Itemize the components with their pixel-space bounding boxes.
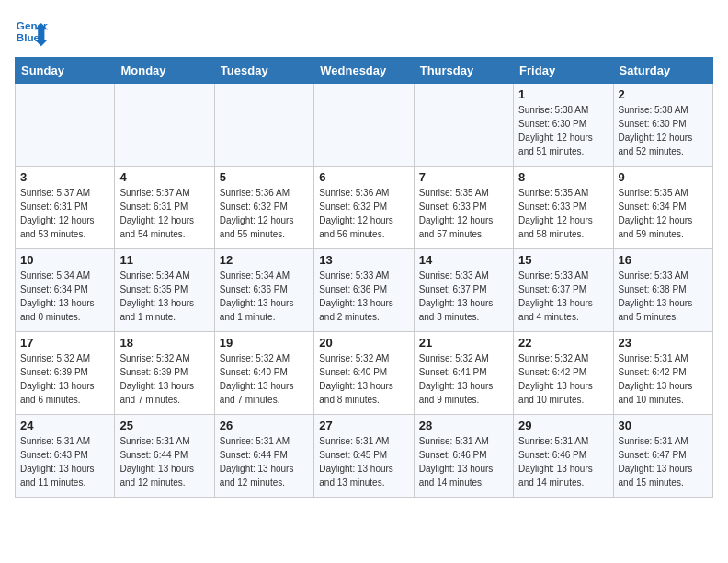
day-info: Sunrise: 5:32 AM Sunset: 6:40 PM Dayligh…	[220, 351, 309, 407]
calendar-body: 1Sunrise: 5:38 AM Sunset: 6:30 PM Daylig…	[16, 84, 713, 498]
day-info: Sunrise: 5:34 AM Sunset: 6:35 PM Dayligh…	[119, 269, 209, 324]
day-number: 25	[119, 419, 209, 432]
day-info: Sunrise: 5:36 AM Sunset: 6:32 PM Dayligh…	[319, 186, 408, 241]
calendar-week-row: 10Sunrise: 5:34 AM Sunset: 6:34 PM Dayli…	[16, 249, 713, 332]
day-number: 20	[319, 336, 408, 350]
calendar-cell: 12Sunrise: 5:34 AM Sunset: 6:36 PM Dayli…	[214, 249, 313, 332]
day-number: 5	[220, 170, 309, 184]
day-info: Sunrise: 5:31 AM Sunset: 6:46 PM Dayligh…	[419, 434, 508, 489]
day-number: 23	[619, 336, 708, 350]
calendar-cell: 30Sunrise: 5:31 AM Sunset: 6:47 PM Dayli…	[613, 415, 712, 498]
page-header: General Blue	[15, 15, 713, 48]
logo: General Blue	[15, 15, 48, 48]
day-info: Sunrise: 5:32 AM Sunset: 6:40 PM Dayligh…	[319, 351, 408, 407]
calendar-week-row: 1Sunrise: 5:38 AM Sunset: 6:30 PM Daylig…	[16, 84, 713, 167]
day-number: 9	[619, 170, 708, 184]
calendar-cell: 22Sunrise: 5:32 AM Sunset: 6:42 PM Dayli…	[514, 332, 613, 415]
day-number: 19	[220, 336, 309, 350]
weekday-header: Tuesday	[214, 58, 313, 84]
calendar-cell: 17Sunrise: 5:32 AM Sunset: 6:39 PM Dayli…	[16, 332, 115, 415]
calendar-cell: 1Sunrise: 5:38 AM Sunset: 6:30 PM Daylig…	[514, 84, 613, 167]
day-number: 8	[518, 170, 608, 184]
calendar-cell: 23Sunrise: 5:31 AM Sunset: 6:42 PM Dayli…	[613, 332, 712, 415]
day-info: Sunrise: 5:33 AM Sunset: 6:37 PM Dayligh…	[518, 269, 608, 324]
calendar-cell: 2Sunrise: 5:38 AM Sunset: 6:30 PM Daylig…	[613, 84, 712, 167]
calendar-cell: 11Sunrise: 5:34 AM Sunset: 6:35 PM Dayli…	[115, 249, 214, 332]
day-number: 4	[119, 170, 209, 184]
day-info: Sunrise: 5:33 AM Sunset: 6:38 PM Dayligh…	[619, 269, 708, 324]
day-info: Sunrise: 5:32 AM Sunset: 6:39 PM Dayligh…	[20, 351, 109, 407]
calendar-cell	[16, 84, 115, 167]
day-number: 3	[20, 170, 109, 184]
day-number: 7	[419, 170, 508, 184]
calendar-cell: 6Sunrise: 5:36 AM Sunset: 6:32 PM Daylig…	[314, 167, 414, 249]
day-number: 22	[518, 336, 608, 350]
calendar-cell: 25Sunrise: 5:31 AM Sunset: 6:44 PM Dayli…	[115, 415, 214, 498]
day-info: Sunrise: 5:32 AM Sunset: 6:41 PM Dayligh…	[419, 351, 508, 407]
calendar-cell: 18Sunrise: 5:32 AM Sunset: 6:39 PM Dayli…	[115, 332, 214, 415]
calendar-cell: 29Sunrise: 5:31 AM Sunset: 6:46 PM Dayli…	[514, 415, 613, 498]
day-number: 24	[20, 419, 109, 432]
day-info: Sunrise: 5:33 AM Sunset: 6:37 PM Dayligh…	[419, 269, 508, 324]
calendar-cell: 28Sunrise: 5:31 AM Sunset: 6:46 PM Dayli…	[414, 415, 513, 498]
day-number: 2	[619, 87, 708, 101]
day-info: Sunrise: 5:34 AM Sunset: 6:34 PM Dayligh…	[20, 269, 109, 324]
calendar-cell: 14Sunrise: 5:33 AM Sunset: 6:37 PM Dayli…	[414, 249, 513, 332]
day-number: 29	[518, 419, 608, 432]
calendar-week-row: 24Sunrise: 5:31 AM Sunset: 6:43 PM Dayli…	[16, 415, 713, 498]
weekday-header: Wednesday	[314, 58, 414, 84]
day-info: Sunrise: 5:38 AM Sunset: 6:30 PM Dayligh…	[619, 103, 708, 158]
weekday-header-row: SundayMondayTuesdayWednesdayThursdayFrid…	[16, 58, 713, 84]
day-info: Sunrise: 5:35 AM Sunset: 6:33 PM Dayligh…	[419, 186, 508, 241]
calendar-cell: 7Sunrise: 5:35 AM Sunset: 6:33 PM Daylig…	[414, 167, 513, 249]
weekday-header: Monday	[115, 58, 214, 84]
calendar-cell: 20Sunrise: 5:32 AM Sunset: 6:40 PM Dayli…	[314, 332, 414, 415]
calendar-cell	[314, 84, 414, 167]
day-info: Sunrise: 5:31 AM Sunset: 6:42 PM Dayligh…	[619, 351, 708, 407]
calendar-cell: 27Sunrise: 5:31 AM Sunset: 6:45 PM Dayli…	[314, 415, 414, 498]
day-info: Sunrise: 5:37 AM Sunset: 6:31 PM Dayligh…	[20, 186, 109, 241]
day-info: Sunrise: 5:31 AM Sunset: 6:43 PM Dayligh…	[20, 434, 109, 489]
calendar-cell: 16Sunrise: 5:33 AM Sunset: 6:38 PM Dayli…	[613, 249, 712, 332]
calendar-cell: 19Sunrise: 5:32 AM Sunset: 6:40 PM Dayli…	[214, 332, 313, 415]
calendar-cell: 13Sunrise: 5:33 AM Sunset: 6:36 PM Dayli…	[314, 249, 414, 332]
calendar-cell	[414, 84, 513, 167]
day-number: 18	[119, 336, 209, 350]
day-number: 10	[20, 253, 109, 267]
logo-icon: General Blue	[15, 15, 48, 48]
calendar-cell	[115, 84, 214, 167]
day-info: Sunrise: 5:34 AM Sunset: 6:36 PM Dayligh…	[220, 269, 309, 324]
calendar-cell: 5Sunrise: 5:36 AM Sunset: 6:32 PM Daylig…	[214, 167, 313, 249]
day-info: Sunrise: 5:31 AM Sunset: 6:45 PM Dayligh…	[319, 434, 408, 489]
day-number: 11	[119, 253, 209, 267]
day-info: Sunrise: 5:35 AM Sunset: 6:33 PM Dayligh…	[518, 186, 608, 241]
calendar-cell: 10Sunrise: 5:34 AM Sunset: 6:34 PM Dayli…	[16, 249, 115, 332]
day-number: 21	[419, 336, 508, 350]
day-number: 16	[619, 253, 708, 267]
calendar-cell: 21Sunrise: 5:32 AM Sunset: 6:41 PM Dayli…	[414, 332, 513, 415]
day-info: Sunrise: 5:32 AM Sunset: 6:42 PM Dayligh…	[518, 351, 608, 407]
calendar-week-row: 17Sunrise: 5:32 AM Sunset: 6:39 PM Dayli…	[16, 332, 713, 415]
day-number: 15	[518, 253, 608, 267]
calendar-week-row: 3Sunrise: 5:37 AM Sunset: 6:31 PM Daylig…	[16, 167, 713, 249]
day-info: Sunrise: 5:31 AM Sunset: 6:44 PM Dayligh…	[119, 434, 209, 489]
day-number: 13	[319, 253, 408, 267]
day-info: Sunrise: 5:31 AM Sunset: 6:47 PM Dayligh…	[619, 434, 708, 489]
day-number: 28	[419, 419, 508, 432]
day-number: 12	[220, 253, 309, 267]
day-number: 30	[619, 419, 708, 432]
calendar-cell: 24Sunrise: 5:31 AM Sunset: 6:43 PM Dayli…	[16, 415, 115, 498]
day-number: 1	[518, 87, 608, 101]
calendar-cell: 3Sunrise: 5:37 AM Sunset: 6:31 PM Daylig…	[16, 167, 115, 249]
calendar-cell: 15Sunrise: 5:33 AM Sunset: 6:37 PM Dayli…	[514, 249, 613, 332]
calendar-cell: 9Sunrise: 5:35 AM Sunset: 6:34 PM Daylig…	[613, 167, 712, 249]
day-number: 6	[319, 170, 408, 184]
day-info: Sunrise: 5:32 AM Sunset: 6:39 PM Dayligh…	[119, 351, 209, 407]
day-number: 14	[419, 253, 508, 267]
day-info: Sunrise: 5:37 AM Sunset: 6:31 PM Dayligh…	[119, 186, 209, 241]
calendar-cell: 26Sunrise: 5:31 AM Sunset: 6:44 PM Dayli…	[214, 415, 313, 498]
calendar-cell: 8Sunrise: 5:35 AM Sunset: 6:33 PM Daylig…	[514, 167, 613, 249]
calendar-table: SundayMondayTuesdayWednesdayThursdayFrid…	[15, 57, 713, 498]
day-number: 17	[20, 336, 109, 350]
weekday-header: Friday	[514, 58, 613, 84]
